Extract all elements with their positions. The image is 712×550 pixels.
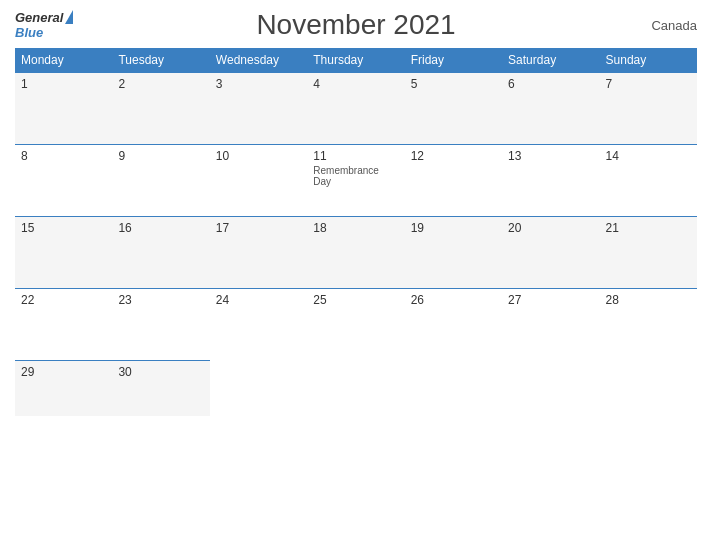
calendar-body: 1234567891011Remembrance Day121314151617… bbox=[15, 73, 697, 416]
day-cell: 11Remembrance Day bbox=[307, 145, 404, 217]
day-cell: 7 bbox=[600, 73, 697, 145]
day-number: 16 bbox=[118, 221, 203, 235]
day-number: 26 bbox=[411, 293, 496, 307]
week-row-3: 15161718192021 bbox=[15, 217, 697, 289]
day-cell: 30 bbox=[112, 361, 209, 416]
day-number: 15 bbox=[21, 221, 106, 235]
col-thursday: Thursday bbox=[307, 48, 404, 73]
day-cell: 22 bbox=[15, 289, 112, 361]
day-number: 8 bbox=[21, 149, 106, 163]
day-number: 25 bbox=[313, 293, 398, 307]
day-number: 27 bbox=[508, 293, 593, 307]
day-cell: 21 bbox=[600, 217, 697, 289]
month-title: November 2021 bbox=[256, 9, 455, 41]
day-cell: 23 bbox=[112, 289, 209, 361]
day-number: 23 bbox=[118, 293, 203, 307]
week-row-2: 891011Remembrance Day121314 bbox=[15, 145, 697, 217]
week-row-5: 2930 bbox=[15, 361, 697, 416]
day-number: 11 bbox=[313, 149, 398, 163]
col-tuesday: Tuesday bbox=[112, 48, 209, 73]
day-cell: 3 bbox=[210, 73, 307, 145]
day-cell: 6 bbox=[502, 73, 599, 145]
logo-blue-text: Blue bbox=[15, 26, 43, 40]
logo: General Blue bbox=[15, 10, 73, 40]
day-cell: 10 bbox=[210, 145, 307, 217]
day-cell: 16 bbox=[112, 217, 209, 289]
day-number: 19 bbox=[411, 221, 496, 235]
col-saturday: Saturday bbox=[502, 48, 599, 73]
week-row-4: 22232425262728 bbox=[15, 289, 697, 361]
day-number: 14 bbox=[606, 149, 691, 163]
day-cell: 18 bbox=[307, 217, 404, 289]
col-monday: Monday bbox=[15, 48, 112, 73]
day-cell bbox=[307, 361, 404, 416]
day-cell: 20 bbox=[502, 217, 599, 289]
day-cell bbox=[210, 361, 307, 416]
col-sunday: Sunday bbox=[600, 48, 697, 73]
day-number: 21 bbox=[606, 221, 691, 235]
day-number: 1 bbox=[21, 77, 106, 91]
day-cell: 15 bbox=[15, 217, 112, 289]
day-cell: 27 bbox=[502, 289, 599, 361]
day-cell: 8 bbox=[15, 145, 112, 217]
day-number: 29 bbox=[21, 365, 106, 379]
day-number: 6 bbox=[508, 77, 593, 91]
day-cell: 24 bbox=[210, 289, 307, 361]
day-cell: 14 bbox=[600, 145, 697, 217]
day-number: 24 bbox=[216, 293, 301, 307]
day-number: 9 bbox=[118, 149, 203, 163]
day-number: 3 bbox=[216, 77, 301, 91]
day-cell: 26 bbox=[405, 289, 502, 361]
day-cell: 17 bbox=[210, 217, 307, 289]
day-cell: 5 bbox=[405, 73, 502, 145]
day-number: 4 bbox=[313, 77, 398, 91]
day-cell: 9 bbox=[112, 145, 209, 217]
day-cell: 19 bbox=[405, 217, 502, 289]
day-number: 10 bbox=[216, 149, 301, 163]
logo-general-text: General bbox=[15, 11, 63, 25]
holiday-name: Remembrance Day bbox=[313, 165, 398, 187]
logo-triangle-icon bbox=[65, 10, 73, 24]
day-cell bbox=[502, 361, 599, 416]
day-number: 30 bbox=[118, 365, 203, 379]
calendar-thead: Monday Tuesday Wednesday Thursday Friday… bbox=[15, 48, 697, 73]
calendar-container: General Blue November 2021 Canada Monday… bbox=[0, 0, 712, 550]
day-number: 20 bbox=[508, 221, 593, 235]
day-cell: 29 bbox=[15, 361, 112, 416]
day-number: 22 bbox=[21, 293, 106, 307]
col-friday: Friday bbox=[405, 48, 502, 73]
day-number: 18 bbox=[313, 221, 398, 235]
col-wednesday: Wednesday bbox=[210, 48, 307, 73]
day-number: 12 bbox=[411, 149, 496, 163]
day-cell: 2 bbox=[112, 73, 209, 145]
logo-wrapper: General Blue bbox=[15, 10, 73, 40]
day-cell: 28 bbox=[600, 289, 697, 361]
day-cell bbox=[405, 361, 502, 416]
day-number: 7 bbox=[606, 77, 691, 91]
day-number: 2 bbox=[118, 77, 203, 91]
day-cell: 13 bbox=[502, 145, 599, 217]
country-label: Canada bbox=[651, 18, 697, 33]
header-row: Monday Tuesday Wednesday Thursday Friday… bbox=[15, 48, 697, 73]
calendar-header: General Blue November 2021 Canada bbox=[15, 10, 697, 40]
day-number: 13 bbox=[508, 149, 593, 163]
day-cell: 1 bbox=[15, 73, 112, 145]
day-number: 17 bbox=[216, 221, 301, 235]
day-number: 28 bbox=[606, 293, 691, 307]
day-cell: 4 bbox=[307, 73, 404, 145]
day-cell: 12 bbox=[405, 145, 502, 217]
day-number: 5 bbox=[411, 77, 496, 91]
calendar-table: Monday Tuesday Wednesday Thursday Friday… bbox=[15, 48, 697, 416]
day-cell: 25 bbox=[307, 289, 404, 361]
day-cell bbox=[600, 361, 697, 416]
week-row-1: 1234567 bbox=[15, 73, 697, 145]
